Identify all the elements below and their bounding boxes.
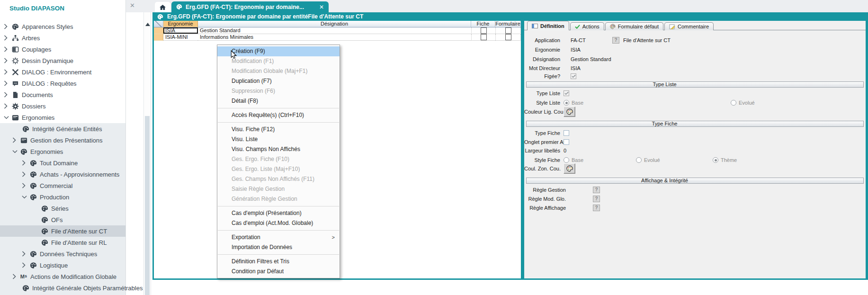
cell-fiche[interactable] bbox=[471, 27, 495, 34]
tab-definition[interactable]: Définition bbox=[527, 21, 569, 30]
sidebar-item-file-attente-sur-rl[interactable]: File d'Attente sur RL bbox=[0, 237, 125, 248]
style-liste-evolue-option[interactable]: Evolué bbox=[731, 100, 755, 106]
chevron-right-icon[interactable] bbox=[22, 160, 27, 166]
chevron-right-icon[interactable] bbox=[4, 103, 9, 109]
row-handle[interactable] bbox=[154, 34, 163, 41]
chevron-right-icon[interactable] bbox=[22, 262, 27, 268]
sidebar-item-dessin-dynamique[interactable]: Dessin Dynamique bbox=[0, 55, 125, 66]
sidebar-item-donnees-techniques[interactable]: Données Techniques bbox=[0, 248, 125, 259]
table-row[interactable]: ISIA-MINI Informations Minimales bbox=[154, 34, 521, 41]
chevron-right-icon[interactable] bbox=[4, 69, 9, 75]
cell-designation[interactable]: Gestion Standard bbox=[198, 27, 471, 34]
figee-checkbox[interactable] bbox=[571, 73, 576, 79]
chevron-right-icon[interactable] bbox=[4, 46, 9, 52]
menu-item-visu-champs-non-affiches[interactable]: Visu. Champs Non Affichés bbox=[217, 144, 340, 154]
sidebar-item-dossiers[interactable]: Dossiers bbox=[0, 100, 125, 112]
ergonomie-value[interactable]: ISIA bbox=[571, 47, 581, 53]
column-header-fiche[interactable]: Fiche bbox=[471, 21, 495, 27]
chevron-right-icon[interactable] bbox=[4, 35, 9, 41]
cell-formulaire[interactable] bbox=[495, 34, 521, 41]
menu-item-cas-emploi-act-mod-globale[interactable]: Cas d'emploi (Act.Mod. Globale) bbox=[217, 218, 340, 228]
couleur-picker-button[interactable] bbox=[564, 163, 575, 174]
style-fiche-theme-option[interactable]: Thème bbox=[713, 157, 737, 163]
close-icon[interactable]: ✕ bbox=[319, 4, 324, 10]
sidebar-item-production[interactable]: Production bbox=[0, 191, 125, 203]
type-fiche-checkbox[interactable] bbox=[564, 130, 569, 136]
menu-item-condition-par-defaut[interactable]: Condition par Défaut bbox=[217, 267, 340, 277]
largeur-libelles-value[interactable]: 0 bbox=[564, 148, 566, 153]
scrollbar-thumb[interactable] bbox=[145, 116, 150, 295]
cell-ergonomie[interactable]: ISIA bbox=[163, 27, 198, 34]
sidebar-item-tout-domaine[interactable]: Tout Domaine bbox=[0, 157, 125, 169]
sidebar-item-series[interactable]: Séries bbox=[0, 203, 125, 214]
help-button[interactable]: ? bbox=[593, 205, 600, 211]
window-splitter[interactable] bbox=[521, 21, 524, 278]
tab-home[interactable] bbox=[155, 2, 170, 12]
style-fiche-theme-radio[interactable] bbox=[713, 157, 718, 163]
tree-scrollbar[interactable] bbox=[143, 12, 151, 295]
style-fiche-evolue-radio[interactable] bbox=[636, 157, 642, 163]
cell-designation[interactable]: Informations Minimales bbox=[198, 34, 471, 41]
sidebar-item-arbres[interactable]: Arbres bbox=[0, 32, 125, 44]
menu-item-definition-filtres-et-tris[interactable]: Définition Filtres et Tris bbox=[217, 257, 340, 267]
style-liste-evolue-radio[interactable] bbox=[731, 100, 736, 106]
onglet-premier-checkbox[interactable] bbox=[564, 139, 569, 145]
couleur-picker-button[interactable] bbox=[564, 107, 575, 117]
menu-item-cas-emploi-presentation[interactable]: Cas d'emploi (Présentation) bbox=[217, 208, 340, 218]
fiche-checkbox[interactable] bbox=[481, 27, 487, 34]
menu-item-duplication[interactable]: Duplication (F7) bbox=[217, 76, 340, 86]
column-header-designation[interactable]: Désignation bbox=[198, 21, 471, 27]
chevron-right-icon[interactable] bbox=[22, 171, 27, 177]
tab-document[interactable]: Erg.GFD (FA-CT): Ergonomie par domaine..… bbox=[171, 1, 329, 12]
menu-item-detail[interactable]: Détail (F8) bbox=[217, 96, 340, 106]
scroll-up-icon[interactable] bbox=[145, 23, 150, 26]
sidebar-item-dialog-environnement[interactable]: DIALOG : Environnement bbox=[0, 66, 125, 78]
help-button[interactable]: ? bbox=[593, 187, 600, 193]
chevron-down-icon[interactable] bbox=[12, 150, 17, 153]
select-all-corner[interactable] bbox=[154, 21, 163, 27]
sidebar-item-logistique[interactable]: Logistique bbox=[0, 259, 125, 271]
type-liste-checkbox[interactable] bbox=[564, 90, 569, 96]
chevron-right-icon[interactable] bbox=[4, 24, 9, 29]
style-liste-base-radio[interactable] bbox=[564, 100, 569, 106]
sidebar-item-integrite-objets-parametrables[interactable]: Intégrité Générale Objets Paramétrables bbox=[0, 282, 125, 294]
sidebar-item-ergonomies-child[interactable]: Ergonomies bbox=[0, 146, 125, 157]
menu-item-visu-fiche[interactable]: Visu. Fiche (F12) bbox=[217, 125, 340, 134]
sidebar-item-couplages[interactable]: Couplages bbox=[0, 44, 125, 55]
chevron-down-icon[interactable] bbox=[4, 116, 9, 119]
sidebar-item-ofs[interactable]: OFs bbox=[0, 214, 125, 225]
sidebar-item-file-attente-sur-ct[interactable]: File d'Attente sur CT bbox=[0, 225, 125, 237]
menu-item-visu-liste[interactable]: Visu. Liste bbox=[217, 134, 340, 144]
mot-directeur-value[interactable]: ISIA bbox=[571, 65, 581, 71]
chevron-right-icon[interactable] bbox=[4, 58, 9, 63]
chevron-down-icon[interactable] bbox=[22, 195, 27, 199]
sidebar-item-achats-approvisionnements[interactable]: Achats - Approvisionnements bbox=[0, 169, 125, 180]
sidebar-close-icon[interactable]: ✕ bbox=[130, 2, 135, 9]
tab-commentaire[interactable]: Commentaire bbox=[664, 22, 714, 30]
formulaire-checkbox[interactable] bbox=[505, 34, 511, 40]
sidebar-item-dialog-requetes[interactable]: DIALOG : Requêtes bbox=[0, 78, 125, 89]
tab-actions[interactable]: Actions bbox=[570, 22, 604, 30]
sidebar-item-integrite-generale-entites[interactable]: Intégrité Générale Entités bbox=[0, 123, 125, 134]
sidebar-item-ergonomies[interactable]: Ergonomies bbox=[0, 112, 125, 123]
column-header-ergonomie[interactable]: Ergonomie bbox=[163, 21, 198, 27]
sidebar-item-commercial[interactable]: Commercial bbox=[0, 180, 125, 191]
chevron-right-icon[interactable] bbox=[22, 183, 27, 188]
designation-value[interactable]: Gestion Standard bbox=[571, 56, 611, 62]
tab-formulaire-defaut[interactable]: Formulaire défaut bbox=[605, 22, 663, 30]
row-handle[interactable] bbox=[154, 27, 163, 34]
chevron-right-icon[interactable] bbox=[12, 274, 17, 279]
chevron-right-icon[interactable] bbox=[12, 137, 17, 143]
sidebar-item-actions-modification-globale[interactable]: Ms Actions de Modification Globale bbox=[0, 271, 125, 282]
chevron-right-icon[interactable] bbox=[4, 80, 9, 86]
cell-ergonomie[interactable]: ISIA-MINI bbox=[163, 34, 198, 41]
help-button[interactable]: ? bbox=[612, 37, 619, 44]
column-header-formulaire[interactable]: Formulaire bbox=[495, 21, 521, 27]
cell-formulaire[interactable] bbox=[495, 27, 521, 34]
menu-item-acces-requetes[interactable]: Accès Requête(s) (Ctrl+F10) bbox=[217, 110, 340, 120]
chevron-right-icon[interactable] bbox=[22, 251, 27, 257]
help-button[interactable]: ? bbox=[593, 196, 600, 202]
formulaire-checkbox[interactable] bbox=[505, 27, 511, 34]
fiche-checkbox[interactable] bbox=[481, 34, 487, 40]
chevron-right-icon[interactable] bbox=[4, 92, 9, 98]
